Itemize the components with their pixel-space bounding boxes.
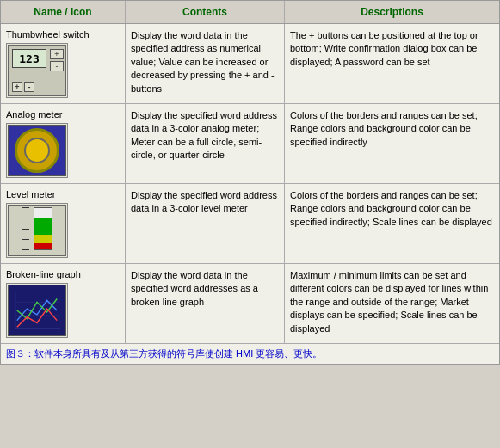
table-row: Level meter [1, 184, 499, 264]
table-row: Analog meter Display the specified word … [1, 104, 499, 184]
contents-text-analog: Display the specified word address data … [131, 110, 277, 160]
tw-btn-minus: - [24, 82, 34, 92]
icon-graph-box [6, 283, 68, 338]
name-cell-thumbwheel: Thumbwheel switch 123 + - + - [1, 24, 126, 103]
table-row: Broken-line graph [1, 264, 499, 343]
descriptions-text-thumbwheel: The + buttons can be positioned at the t… [290, 30, 478, 67]
footer-note: 图３：软件本身所具有及从第三方获得的符号库使创建 HMI 更容易、更快。 [1, 343, 499, 364]
tw-side-btns: + - [50, 49, 64, 71]
name-cell-level: Level meter [1, 184, 126, 263]
thumbwheel-icon-graphic: 123 + - + - [8, 45, 66, 96]
contents-cell-thumbwheel: Display the word data in the specified a… [126, 24, 285, 103]
bar-empty [34, 208, 52, 218]
tw-btn-plus: + [12, 82, 22, 92]
item-name-graph: Broken-line graph [6, 269, 81, 279]
level-bar-container [21, 209, 54, 252]
icon-thumbwheel: 123 + - + - [6, 43, 68, 98]
tw-side-bottom: - [50, 61, 64, 71]
descriptions-text-analog: Colors of the borders and ranges can be … [290, 110, 478, 147]
bar-red [34, 243, 52, 249]
contents-cell-graph: Display the word data in the specified w… [126, 264, 285, 343]
header-contents: Contents [126, 1, 285, 23]
descriptions-cell-level: Colors of the borders and ranges can be … [285, 184, 499, 263]
graph-icon-graphic [8, 285, 66, 336]
bar-yellow [34, 235, 52, 243]
contents-text-level: Display the specified word address data … [131, 190, 277, 213]
tick [22, 249, 29, 250]
descriptions-cell-thumbwheel: The + buttons can be positioned at the t… [285, 24, 499, 103]
contents-text-graph: Display the word data in the specified w… [131, 270, 258, 307]
tick [22, 207, 29, 208]
item-name-analog: Analog meter [6, 109, 62, 120]
name-cell-analog: Analog meter [1, 104, 126, 183]
item-name-level: Level meter [6, 189, 55, 199]
meter-inner [24, 138, 50, 163]
table-header: Name / Icon Contents Descriptions [1, 1, 499, 24]
header-name: Name / Icon [1, 1, 126, 23]
icon-level-box [6, 203, 68, 258]
tw-buttons: + - [12, 82, 34, 92]
contents-text-thumbwheel: Display the word data in the specified a… [131, 30, 275, 94]
tw-side-top: + [50, 49, 64, 59]
descriptions-text-graph: Maximum / minimum limits can be set and … [290, 270, 488, 334]
level-bar [34, 207, 52, 250]
analog-icon-graphic [8, 125, 66, 176]
tick [22, 229, 29, 230]
contents-cell-level: Display the specified word address data … [126, 184, 285, 263]
descriptions-cell-analog: Colors of the borders and ranges can be … [285, 104, 499, 183]
descriptions-cell-graph: Maximum / minimum limits can be set and … [285, 264, 499, 343]
meter-face [15, 128, 59, 173]
descriptions-text-level: Colors of the borders and ranges can be … [290, 190, 492, 227]
tw-screen: 123 [12, 49, 46, 68]
name-cell-graph: Broken-line graph [1, 264, 126, 343]
header-descriptions: Descriptions [285, 1, 499, 23]
bar-green [34, 218, 52, 235]
icon-analog-box [6, 123, 68, 178]
level-icon-graphic [8, 205, 66, 256]
main-table: Name / Icon Contents Descriptions Thumbw… [0, 0, 500, 365]
tick [22, 218, 29, 218]
contents-cell-analog: Display the specified word address data … [126, 104, 285, 183]
tick [22, 239, 29, 240]
item-name-thumbwheel: Thumbwheel switch [6, 29, 90, 40]
footer-text: 图３：软件本身所具有及从第三方获得的符号库使创建 HMI 更容易、更快。 [6, 348, 322, 359]
table-row: Thumbwheel switch 123 + - + - Display th… [1, 24, 499, 104]
level-scale [22, 207, 33, 250]
graph-svg [9, 285, 65, 335]
